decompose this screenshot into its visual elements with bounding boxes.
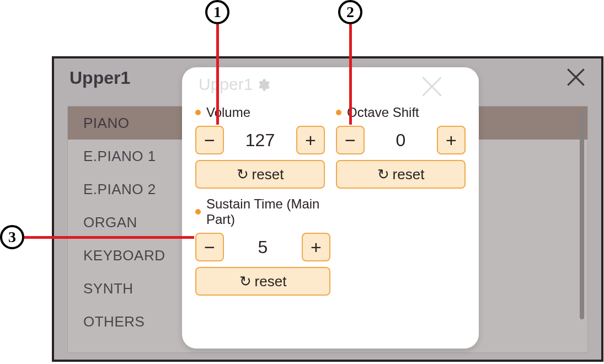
- decrement-button[interactable]: −: [336, 126, 365, 154]
- close-icon[interactable]: [564, 65, 588, 89]
- callout-2: 2: [338, 0, 362, 125]
- settings-grid: Volume − 127 + ↻ reset Octave Shift − 0 …: [195, 105, 466, 296]
- reset-button[interactable]: ↻ reset: [336, 160, 466, 189]
- bullet-icon: [195, 110, 201, 115]
- reset-label: reset: [393, 166, 425, 183]
- reset-label: reset: [255, 273, 287, 290]
- bullet-icon: [195, 209, 201, 215]
- reset-icon: ↻: [239, 273, 252, 290]
- callout-line: [349, 24, 352, 125]
- octave-value: 0: [370, 130, 431, 151]
- callout-line: [24, 236, 194, 239]
- callout-1: 1: [205, 0, 229, 125]
- field-sustain-time: Sustain Time (Main Part) − 5 + ↻ reset: [195, 196, 330, 296]
- reset-icon: ↻: [237, 166, 249, 183]
- callout-number: 1: [205, 0, 229, 24]
- close-icon[interactable]: [418, 73, 446, 100]
- octave-stepper: − 0 +: [336, 126, 466, 154]
- callout-number: 2: [338, 0, 362, 24]
- decrement-button[interactable]: −: [195, 126, 224, 154]
- reset-button[interactable]: ↻ reset: [195, 267, 330, 296]
- reset-label: reset: [252, 166, 284, 183]
- volume-value: 127: [229, 130, 291, 151]
- sustain-value: 5: [229, 237, 296, 258]
- scrollbar-thumb[interactable]: [580, 110, 584, 319]
- increment-button[interactable]: +: [296, 126, 325, 154]
- increment-button[interactable]: +: [302, 233, 330, 261]
- window-title: Upper1: [70, 68, 130, 88]
- gear-icon: [256, 77, 270, 92]
- callout-line: [216, 24, 219, 125]
- decrement-button[interactable]: −: [195, 233, 224, 261]
- reset-icon: ↻: [377, 166, 389, 183]
- field-label: Sustain Time (Main Part): [195, 196, 330, 227]
- sustain-stepper: − 5 +: [195, 233, 330, 261]
- increment-button[interactable]: +: [437, 126, 466, 154]
- label-text: Sustain Time (Main Part): [206, 196, 330, 227]
- callout-3: 3: [0, 225, 194, 249]
- reset-button[interactable]: ↻ reset: [195, 160, 325, 189]
- volume-stepper: − 127 +: [195, 126, 325, 154]
- callout-number: 3: [0, 225, 24, 249]
